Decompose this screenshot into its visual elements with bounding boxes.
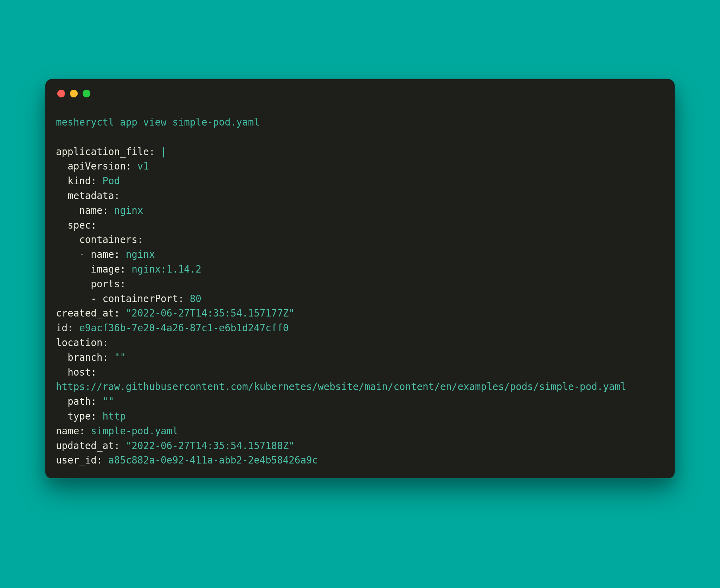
yaml-key: host: [68, 366, 97, 378]
yaml-key: location: [56, 337, 108, 348]
yaml-key: user_id: [56, 454, 102, 466]
yaml-key: kind: [68, 175, 97, 186]
yaml-value: nginx:1.14.2 [131, 263, 201, 275]
yaml-key: type: [68, 410, 97, 422]
yaml-key: spec: [68, 219, 97, 231]
command-line: mesheryctl app view simple-pod.yaml [56, 116, 259, 128]
yaml-key: image: [91, 263, 126, 275]
yaml-value: 80 [190, 293, 201, 304]
yaml-key: name: [79, 205, 108, 216]
yaml-value: "" [102, 396, 114, 407]
yaml-value: nginx [126, 249, 155, 260]
window-controls [56, 90, 664, 97]
yaml-key: metadata: [68, 190, 120, 201]
yaml-key: path: [68, 396, 97, 407]
yaml-value: https://raw.githubusercontent.com/kubern… [56, 381, 626, 392]
yaml-pipe: | [161, 146, 167, 157]
yaml-key: id: [56, 322, 73, 333]
yaml-value: "2022-06-27T14:35:54.157177Z" [126, 307, 295, 319]
yaml-value: a85c882a-0e92-411a-abb2-2e4b58426a9c [108, 454, 318, 466]
yaml-key: - containerPort: [91, 293, 184, 304]
close-icon[interactable] [57, 90, 65, 97]
yaml-value: "2022-06-27T14:35:54.157188Z" [126, 440, 295, 451]
yaml-value: e9acf36b-7e20-4a26-87c1-e6b1d247cff0 [79, 322, 289, 333]
yaml-value: http [102, 410, 126, 422]
yaml-key: application_file: [56, 146, 155, 157]
terminal-window: mesheryctl app view simple-pod.yaml appl… [45, 79, 675, 478]
yaml-value: v1 [137, 160, 149, 172]
terminal-content[interactable]: mesheryctl app view simple-pod.yaml appl… [56, 115, 664, 468]
yaml-value: Pod [102, 175, 120, 186]
minimize-icon[interactable] [70, 90, 78, 97]
yaml-value: "" [114, 352, 126, 363]
yaml-value: nginx [114, 205, 143, 216]
yaml-key: - name: [79, 249, 120, 260]
yaml-key: created_at: [56, 307, 120, 319]
yaml-key: containers: [79, 234, 143, 245]
yaml-key: updated_at: [56, 440, 120, 451]
yaml-key: branch: [68, 352, 108, 363]
maximize-icon[interactable] [83, 90, 90, 97]
yaml-value: simple-pod.yaml [91, 425, 178, 436]
yaml-key: apiVersion: [68, 160, 131, 172]
yaml-key: name: [56, 425, 85, 436]
yaml-key: ports: [91, 278, 126, 289]
